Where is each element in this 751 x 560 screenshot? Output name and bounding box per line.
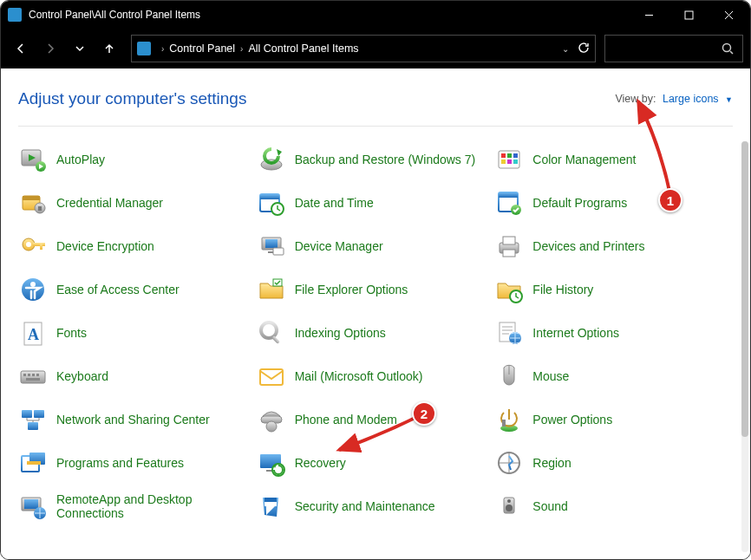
svg-rect-0 bbox=[685, 11, 693, 19]
chevron-icon: › bbox=[240, 44, 243, 54]
close-button[interactable] bbox=[709, 1, 748, 29]
search-box[interactable] bbox=[604, 35, 743, 62]
cp-item-label: Recovery bbox=[295, 456, 346, 470]
cp-item-programs[interactable]: Programs and Features bbox=[18, 444, 257, 482]
devmgr-icon bbox=[257, 231, 286, 261]
refresh-button[interactable] bbox=[578, 42, 590, 56]
cp-item-inetopt[interactable]: Internet Options bbox=[494, 314, 733, 352]
cp-item-region[interactable]: Region bbox=[494, 444, 733, 482]
up-button[interactable] bbox=[96, 36, 122, 62]
indexing-icon bbox=[257, 318, 286, 348]
cp-item-color[interactable]: Color Management bbox=[494, 140, 733, 179]
maximize-button[interactable] bbox=[669, 1, 709, 29]
svg-point-1 bbox=[723, 44, 731, 52]
cp-item-sound[interactable]: Sound bbox=[494, 487, 733, 525]
cp-item-printers[interactable]: Devices and Printers bbox=[494, 227, 733, 265]
back-button[interactable] bbox=[8, 36, 34, 62]
folderopt-icon bbox=[257, 275, 286, 304]
fonts-icon bbox=[18, 318, 48, 348]
mail-icon bbox=[257, 361, 286, 391]
cp-item-label: RemoteApp and Desktop Connections bbox=[56, 492, 250, 520]
keyboard-icon bbox=[18, 361, 48, 391]
cp-item-label: Date and Time bbox=[295, 196, 374, 210]
cp-item-label: Ease of Access Center bbox=[56, 283, 180, 296]
cp-item-power[interactable]: Power Options bbox=[494, 400, 733, 439]
view-by: View by: Large icons ▼ bbox=[615, 93, 733, 105]
recent-button[interactable] bbox=[67, 36, 93, 62]
view-by-label: View by: bbox=[615, 93, 656, 105]
cp-item-mouse[interactable]: Mouse bbox=[494, 357, 733, 395]
region-icon bbox=[494, 448, 524, 478]
cp-item-network[interactable]: Network and Sharing Center bbox=[18, 400, 257, 439]
header-row: Adjust your computer's settings View by:… bbox=[18, 89, 733, 127]
cp-item-encryption[interactable]: Device Encryption bbox=[18, 227, 257, 265]
cp-item-label: File Explorer Options bbox=[295, 283, 408, 296]
cp-item-label: AutoPlay bbox=[56, 153, 105, 166]
cp-item-label: Network and Sharing Center bbox=[56, 413, 210, 427]
ease-icon bbox=[18, 275, 48, 304]
address-bar[interactable]: › Control Panel › All Control Panel Item… bbox=[131, 35, 596, 62]
inetopt-icon bbox=[494, 318, 524, 348]
cp-item-label: Devices and Printers bbox=[532, 239, 644, 253]
cp-item-label: Backup and Restore (Windows 7) bbox=[295, 153, 476, 166]
phone-icon bbox=[257, 405, 286, 434]
content-area: Adjust your computer's settings View by:… bbox=[1, 68, 750, 559]
cp-item-filehist[interactable]: File History bbox=[494, 270, 733, 309]
cp-item-label: Credential Manager bbox=[56, 196, 163, 210]
scrollbar[interactable] bbox=[741, 141, 748, 552]
cp-item-label: Sound bbox=[532, 499, 567, 513]
cp-item-autoplay[interactable]: AutoPlay bbox=[18, 140, 257, 179]
cp-item-label: Programs and Features bbox=[56, 456, 184, 470]
cp-item-devmgr[interactable]: Device Manager bbox=[257, 227, 495, 265]
dropdown-icon[interactable]: ⌄ bbox=[562, 44, 569, 54]
search-icon bbox=[722, 42, 734, 55]
recovery-icon bbox=[257, 448, 286, 478]
breadcrumb-root[interactable]: Control Panel bbox=[169, 42, 235, 55]
cp-item-label: File History bbox=[532, 283, 593, 296]
network-icon bbox=[18, 405, 48, 434]
view-by-value[interactable]: Large icons bbox=[663, 93, 719, 105]
cp-item-keyboard[interactable]: Keyboard bbox=[18, 357, 257, 395]
cp-item-phone[interactable]: Phone and Modem bbox=[257, 400, 495, 439]
cp-item-folderopt[interactable]: File Explorer Options bbox=[257, 270, 495, 309]
address-icon bbox=[137, 42, 151, 55]
cp-item-backup[interactable]: Backup and Restore (Windows 7) bbox=[257, 140, 495, 179]
items-grid: AutoPlayBackup and Restore (Windows 7)Co… bbox=[18, 140, 733, 525]
breadcrumb-current[interactable]: All Control Panel Items bbox=[248, 42, 358, 55]
backup-icon bbox=[257, 145, 286, 174]
nav-bar: › Control Panel › All Control Panel Item… bbox=[1, 29, 750, 68]
remote-icon bbox=[18, 492, 48, 521]
cp-item-label: Internet Options bbox=[532, 326, 619, 340]
scrollbar-thumb[interactable] bbox=[741, 141, 748, 437]
forward-button[interactable] bbox=[37, 36, 63, 62]
printers-icon bbox=[494, 231, 524, 261]
cp-item-label: Indexing Options bbox=[295, 326, 386, 340]
app-icon bbox=[8, 8, 22, 22]
defaults-icon bbox=[494, 188, 524, 218]
mouse-icon bbox=[494, 361, 524, 391]
datetime-icon bbox=[257, 188, 286, 218]
cp-item-indexing[interactable]: Indexing Options bbox=[257, 314, 495, 352]
title-bar: Control Panel\All Control Panel Items bbox=[1, 1, 750, 29]
cp-item-security[interactable]: Security and Maintenance bbox=[257, 487, 495, 525]
security-icon bbox=[257, 492, 286, 521]
cp-item-ease[interactable]: Ease of Access Center bbox=[18, 270, 257, 309]
cp-item-label: Color Management bbox=[532, 153, 636, 166]
cp-item-defaults[interactable]: Default Programs bbox=[494, 184, 733, 222]
cp-item-fonts[interactable]: Fonts bbox=[18, 314, 257, 352]
cp-item-credential[interactable]: Credential Manager bbox=[18, 184, 257, 222]
cp-item-label: Region bbox=[532, 456, 571, 470]
cp-item-datetime[interactable]: Date and Time bbox=[257, 184, 495, 222]
window-root: Control Panel\All Control Panel Items › … bbox=[0, 0, 751, 560]
cp-item-remote[interactable]: RemoteApp and Desktop Connections bbox=[18, 487, 257, 525]
color-icon bbox=[494, 145, 524, 174]
chevron-down-icon[interactable]: ▼ bbox=[725, 95, 733, 104]
autoplay-icon bbox=[18, 145, 48, 174]
chevron-icon: › bbox=[161, 44, 164, 54]
minimize-button[interactable] bbox=[629, 1, 669, 29]
cp-item-mail[interactable]: Mail (Microsoft Outlook) bbox=[257, 357, 495, 395]
cp-item-label: Power Options bbox=[532, 413, 612, 427]
cp-item-recovery[interactable]: Recovery bbox=[257, 444, 495, 482]
cp-item-label: Phone and Modem bbox=[295, 413, 397, 427]
cp-item-label: Keyboard bbox=[56, 369, 108, 383]
